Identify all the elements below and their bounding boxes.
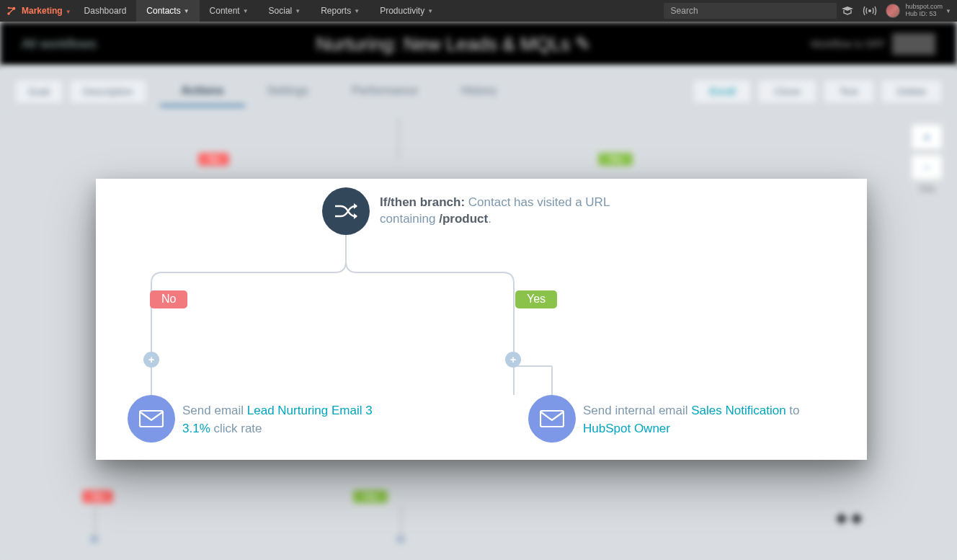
- academy-icon[interactable]: [841, 6, 854, 16]
- breadcrumb[interactable]: All workflows: [22, 37, 97, 52]
- zoom-in-button[interactable]: ＋: [911, 124, 943, 150]
- bg-pill-yes-2: Yes: [353, 490, 388, 503]
- bg-pill-no: No: [198, 153, 229, 166]
- branch-label: If/then branch:: [380, 195, 465, 209]
- svg-rect-4: [140, 411, 163, 427]
- left-email-link[interactable]: Lead Nurturing Email 3: [247, 404, 373, 417]
- zoom-controls: ＋ － 70%: [911, 124, 943, 195]
- shuffle-icon: [334, 200, 358, 222]
- nav-productivity[interactable]: Productivity▼: [370, 0, 443, 22]
- bg-pill-no-2: No: [82, 490, 113, 503]
- send-email-right-text: Send internal email Sales Notification t…: [583, 402, 850, 437]
- page-header: All workflows Nurturing: New Leads & MQL…: [0, 22, 957, 66]
- send-email-node-right[interactable]: [528, 395, 576, 443]
- clone-button[interactable]: Clone: [757, 79, 817, 104]
- left-metric-value: 3.1%: [182, 422, 210, 435]
- avatar[interactable]: [886, 4, 900, 18]
- top-nav: Marketing▼ Dashboard Contacts▼ Content▼ …: [0, 0, 957, 22]
- goal-button[interactable]: Goal: [14, 79, 63, 104]
- nav-dashboard[interactable]: Dashboard: [74, 0, 137, 22]
- left-prefix: Send email: [182, 404, 247, 417]
- workflow-title: Nurturing: New Leads & MQLs ✎: [97, 33, 811, 55]
- workflow-status: Workflow is OFF: [811, 38, 885, 50]
- search-input[interactable]: [664, 3, 837, 19]
- add-action-left[interactable]: +: [143, 352, 159, 368]
- right-recipient-link[interactable]: HubSpot Owner: [583, 422, 670, 435]
- tab-performance[interactable]: Performance: [330, 77, 440, 107]
- right-email-link[interactable]: Sales Notification: [691, 404, 785, 417]
- zoom-out-button[interactable]: －: [911, 154, 943, 180]
- branch-condition-value: /product: [439, 212, 488, 226]
- description-button[interactable]: Description: [69, 79, 147, 104]
- hub-id: Hub ID: 53: [906, 11, 943, 18]
- send-email-left-text: Send email Lead Nurturing Email 3 3.1% c…: [182, 402, 413, 437]
- branch-node[interactable]: [322, 187, 370, 235]
- svg-point-3: [868, 9, 871, 12]
- right-prefix: Send internal email: [583, 404, 691, 417]
- branch-yes-pill: Yes: [515, 290, 557, 308]
- svg-rect-5: [540, 411, 564, 427]
- branch-no-pill: No: [150, 290, 187, 308]
- nav-reports[interactable]: Reports▼: [311, 0, 370, 22]
- branch-description: If/then branch: Contact has visited a UR…: [380, 195, 625, 228]
- mail-icon: [139, 410, 164, 427]
- workflow-tabs: Actions Settings Performance History: [160, 77, 519, 107]
- nav-contacts[interactable]: Contacts▼: [136, 0, 199, 22]
- nav-content[interactable]: Content▼: [200, 0, 259, 22]
- tab-actions[interactable]: Actions: [160, 77, 246, 107]
- bg-pill-yes: Yes: [598, 153, 633, 166]
- workflow-toggle[interactable]: [892, 33, 935, 55]
- brand-label[interactable]: Marketing▼: [22, 6, 71, 16]
- right-mid: to: [786, 404, 800, 417]
- hubspot-logo-icon: [6, 5, 17, 17]
- workflow-focus-panel: If/then branch: Contact has visited a UR…: [96, 179, 867, 460]
- add-action-right[interactable]: +: [505, 352, 521, 368]
- tab-history[interactable]: History: [440, 77, 519, 107]
- broadcast-icon[interactable]: [863, 5, 877, 17]
- drag-handle[interactable]: ✦✦: [833, 507, 863, 531]
- hub-info[interactable]: hubspot.com Hub ID: 53: [906, 4, 943, 18]
- tab-settings[interactable]: Settings: [245, 77, 330, 107]
- mail-icon: [540, 410, 564, 427]
- enroll-button[interactable]: Enroll: [693, 79, 752, 104]
- delete-button[interactable]: Delete: [881, 79, 943, 104]
- send-email-node-left[interactable]: [128, 395, 175, 443]
- toolbar: Goal Description Actions Settings Perfor…: [0, 66, 957, 117]
- zoom-level: 70%: [911, 185, 943, 195]
- edit-icon[interactable]: ✎: [575, 33, 591, 55]
- nav-social[interactable]: Social▼: [259, 0, 311, 22]
- test-button[interactable]: Test: [823, 79, 875, 104]
- left-metric-label: click rate: [210, 422, 262, 435]
